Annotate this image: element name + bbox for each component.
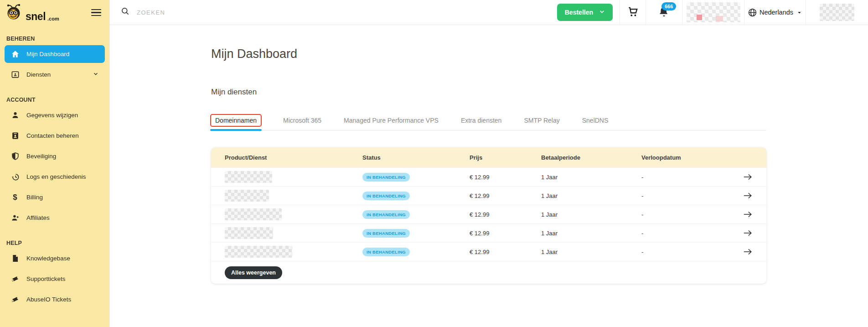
order-button-label: Bestellen bbox=[565, 9, 593, 16]
arrow-right-icon[interactable] bbox=[743, 191, 753, 201]
sidebar-item-affiliates[interactable]: Affiliates bbox=[5, 209, 105, 227]
arrow-right-icon[interactable] bbox=[743, 228, 753, 238]
sidebar-item-knowledgebase[interactable]: Knowledgebase bbox=[5, 249, 105, 267]
section-title: Mijn diensten bbox=[211, 88, 766, 97]
sidebar-item-label: Mijn Dashboard bbox=[26, 51, 70, 57]
home-icon bbox=[10, 50, 20, 59]
redacted-product-name bbox=[225, 208, 282, 220]
sidebar-item-beveiliging[interactable]: Beveiliging bbox=[5, 147, 105, 165]
expiry-value: - bbox=[641, 174, 730, 181]
sidebar-item-supporttickets[interactable]: Supporttickets bbox=[5, 270, 105, 288]
redacted-product-name bbox=[225, 227, 273, 239]
table-row[interactable]: IN BEHANDELING € 12.99 1 Jaar - bbox=[211, 242, 766, 261]
table-row[interactable]: IN BEHANDELING € 12.99 1 Jaar - bbox=[211, 205, 766, 223]
sidebar-nav: BEHEREN Mijn Dashboard Diensten ACCOUNT … bbox=[0, 25, 109, 308]
sidebar-item-label: Diensten bbox=[26, 71, 51, 78]
cart-button[interactable] bbox=[620, 0, 646, 25]
menu-toggle-icon[interactable] bbox=[91, 7, 101, 18]
sidebar-item-label: Logs en geschiedenis bbox=[26, 173, 86, 180]
redacted-product-name bbox=[225, 246, 292, 258]
person-add-icon bbox=[10, 213, 20, 223]
sidebar-item-label: AbuseIO Tickets bbox=[26, 296, 71, 303]
section-label-beheren: BEHEREN bbox=[0, 25, 109, 42]
price-value: € 12.99 bbox=[470, 174, 541, 181]
tab-label: Domeinnamen bbox=[215, 117, 257, 124]
ticket-icon bbox=[10, 295, 20, 304]
status-badge: IN BEHANDELING bbox=[362, 210, 410, 219]
sidebar-item-label: Billing bbox=[26, 194, 43, 201]
expiry-value: - bbox=[641, 230, 730, 237]
language-selector[interactable]: Nederlands bbox=[744, 0, 806, 25]
tab-sneldns[interactable]: SnelDNS bbox=[582, 117, 609, 130]
sidebar-item-billing[interactable]: $ Billing bbox=[5, 188, 105, 206]
search-input[interactable] bbox=[137, 9, 328, 16]
sidebar-item-mijn-dashboard[interactable]: Mijn Dashboard bbox=[5, 45, 105, 63]
sidebar-item-diensten[interactable]: Diensten bbox=[5, 66, 105, 83]
tab-label: Extra diensten bbox=[461, 117, 502, 124]
period-value: 1 Jaar bbox=[541, 174, 641, 181]
period-value: 1 Jaar bbox=[541, 211, 641, 218]
sidebar-item-label: Contacten beheren bbox=[26, 132, 79, 139]
show-all-button[interactable]: Alles weergeven bbox=[225, 266, 282, 279]
tab-extra-diensten[interactable]: Extra diensten bbox=[461, 117, 502, 130]
notifications-button[interactable]: 666 bbox=[646, 0, 682, 25]
brand-name: snel bbox=[26, 11, 46, 22]
brand-tld: .com bbox=[47, 16, 59, 22]
sidebar: snel .com BEHEREN Mijn Dashboard Dienste… bbox=[0, 0, 109, 327]
user-icon bbox=[10, 111, 20, 120]
price-value: € 12.99 bbox=[470, 211, 541, 218]
tab-label: Managed Pure Performance VPS bbox=[344, 117, 439, 124]
period-value: 1 Jaar bbox=[541, 249, 641, 255]
brand-logo[interactable]: snel .com bbox=[5, 4, 59, 22]
table-footer: Alles weergeven bbox=[211, 261, 766, 284]
sidebar-item-label: Supporttickets bbox=[26, 275, 66, 282]
tab-label: Microsoft 365 bbox=[283, 117, 321, 124]
price-value: € 12.99 bbox=[470, 230, 541, 237]
redacted-account-info bbox=[687, 2, 740, 22]
tab-managed-pure-performance-vps[interactable]: Managed Pure Performance VPS bbox=[344, 117, 439, 130]
price-value: € 12.99 bbox=[470, 249, 541, 255]
tab-smtp-relay[interactable]: SMTP Relay bbox=[524, 117, 559, 130]
expiry-value: - bbox=[641, 192, 730, 199]
history-icon bbox=[10, 172, 20, 182]
annotation-highlight-box: Domeinnamen bbox=[210, 114, 262, 127]
bee-logo-icon bbox=[5, 4, 24, 22]
status-badge: IN BEHANDELING bbox=[362, 229, 410, 238]
services-icon bbox=[10, 70, 20, 79]
arrow-right-icon[interactable] bbox=[743, 209, 753, 219]
chevron-down-icon bbox=[796, 10, 802, 16]
page-title: Mijn Dashboard bbox=[211, 47, 766, 61]
sidebar-item-label: Beveiliging bbox=[26, 153, 56, 160]
table-row[interactable]: IN BEHANDELING € 12.99 1 Jaar - bbox=[211, 223, 766, 242]
language-label: Nederlands bbox=[760, 9, 793, 16]
sidebar-item-contacten-beheren[interactable]: Contacten beheren bbox=[5, 127, 105, 145]
globe-icon bbox=[748, 8, 757, 17]
order-button[interactable]: Bestellen bbox=[557, 4, 613, 21]
column-header-status: Status bbox=[362, 154, 470, 161]
arrow-right-icon[interactable] bbox=[743, 247, 753, 257]
status-badge: IN BEHANDELING bbox=[362, 248, 410, 256]
sidebar-item-abuseio-tickets[interactable]: AbuseIO Tickets bbox=[5, 291, 105, 308]
chevron-down-icon bbox=[93, 71, 99, 78]
tab-label: SnelDNS bbox=[582, 117, 609, 124]
sidebar-item-label: Affiliates bbox=[26, 214, 50, 221]
arrow-right-icon[interactable] bbox=[743, 172, 753, 182]
status-badge: IN BEHANDELING bbox=[362, 173, 410, 182]
table-row[interactable]: IN BEHANDELING € 12.99 1 Jaar - bbox=[211, 167, 766, 186]
shield-icon bbox=[10, 152, 20, 161]
document-icon bbox=[10, 254, 20, 263]
sidebar-item-gegevens-wijzigen[interactable]: Gegevens wijzigen bbox=[5, 106, 105, 124]
sidebar-item-logs-en-geschiedenis[interactable]: Logs en geschiedenis bbox=[5, 168, 105, 186]
table-row[interactable]: IN BEHANDELING € 12.99 1 Jaar - bbox=[211, 186, 766, 205]
section-label-help: HELP bbox=[0, 229, 109, 247]
redacted-product-name bbox=[225, 190, 269, 202]
price-value: € 12.99 bbox=[470, 192, 541, 199]
tab-domeinnamen[interactable]: Domeinnamen bbox=[211, 117, 261, 130]
tab-microsoft-365[interactable]: Microsoft 365 bbox=[283, 117, 321, 130]
services-table-card: Product/Dienst Status Prijs Betaalperiod… bbox=[211, 147, 766, 284]
search-icon bbox=[121, 7, 130, 18]
user-menu[interactable] bbox=[806, 0, 868, 25]
expiry-value: - bbox=[641, 211, 730, 218]
main-content: Mijn Dashboard Mijn diensten Domeinnamen… bbox=[109, 0, 868, 284]
sidebar-item-label: Gegevens wijzigen bbox=[26, 112, 78, 119]
